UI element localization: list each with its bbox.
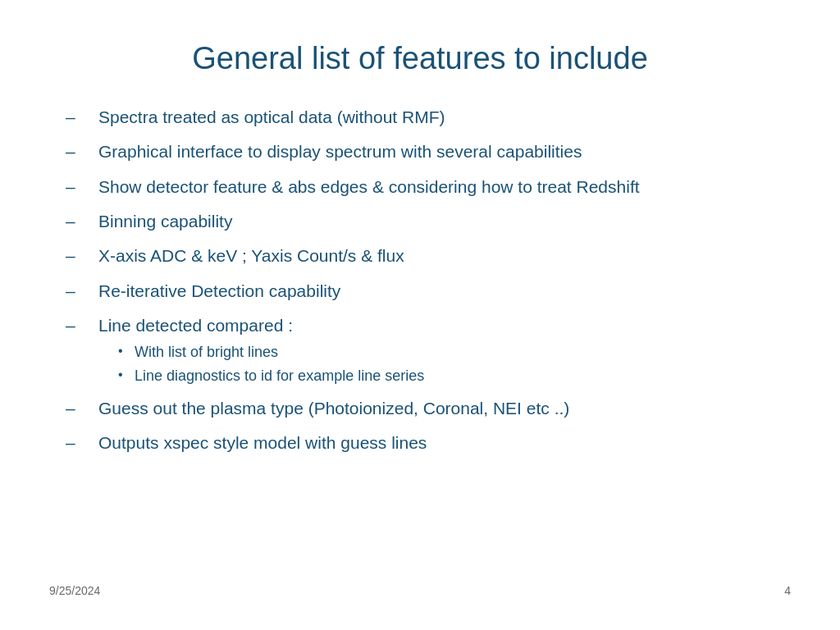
- bullet-item-5: X-axis ADC & keV ; Yaxis Count/s & flux: [66, 244, 791, 267]
- bullet-text-9: Outputs xspec style model with guess lin…: [98, 433, 427, 452]
- sub-bullet-item-7-1: With list of bright lines: [115, 342, 791, 362]
- bullet-text-8: Guess out the plasma type (Photoionized,…: [98, 399, 569, 418]
- bullet-item-8: Guess out the plasma type (Photoionized,…: [66, 397, 791, 420]
- bullet-text-4: Binning capability: [98, 212, 232, 231]
- slide-content: Spectra treated as optical data (without…: [49, 106, 791, 576]
- slide-footer: 9/25/2024 4: [49, 576, 791, 597]
- slide-title: General list of features to include: [49, 41, 791, 76]
- bullet-text-2: Graphical interface to display spectrum …: [98, 142, 582, 161]
- bullet-text-7: Line detected compared :: [98, 316, 293, 335]
- bullet-item-6: Re-iterative Detection capability: [66, 280, 791, 303]
- bullet-item-2: Graphical interface to display spectrum …: [66, 140, 791, 163]
- main-bullet-list: Spectra treated as optical data (without…: [49, 106, 791, 467]
- sub-bullet-item-7-2: Line diagnostics to id for example line …: [115, 366, 791, 386]
- bullet-item-1: Spectra treated as optical data (without…: [66, 106, 791, 129]
- sub-bullet-text-7-1: With list of bright lines: [135, 344, 278, 360]
- bullet-item-7: Line detected compared : With list of br…: [66, 314, 791, 386]
- sub-bullet-text-7-2: Line diagnostics to id for example line …: [135, 368, 424, 384]
- bullet-item-9: Outputs xspec style model with guess lin…: [66, 431, 791, 454]
- footer-page-number: 4: [784, 584, 791, 597]
- bullet-text-3: Show detector feature & abs edges & cons…: [98, 177, 640, 196]
- bullet-item-3: Show detector feature & abs edges & cons…: [66, 176, 791, 199]
- sub-bullet-list-7: With list of bright lines Line diagnosti…: [98, 342, 791, 386]
- bullet-text-6: Re-iterative Detection capability: [98, 281, 340, 300]
- bullet-text-1: Spectra treated as optical data (without…: [98, 107, 445, 126]
- bullet-item-4: Binning capability: [66, 210, 791, 233]
- slide: General list of features to include Spec…: [0, 0, 840, 630]
- footer-date: 9/25/2024: [49, 584, 100, 597]
- bullet-text-5: X-axis ADC & keV ; Yaxis Count/s & flux: [98, 246, 404, 265]
